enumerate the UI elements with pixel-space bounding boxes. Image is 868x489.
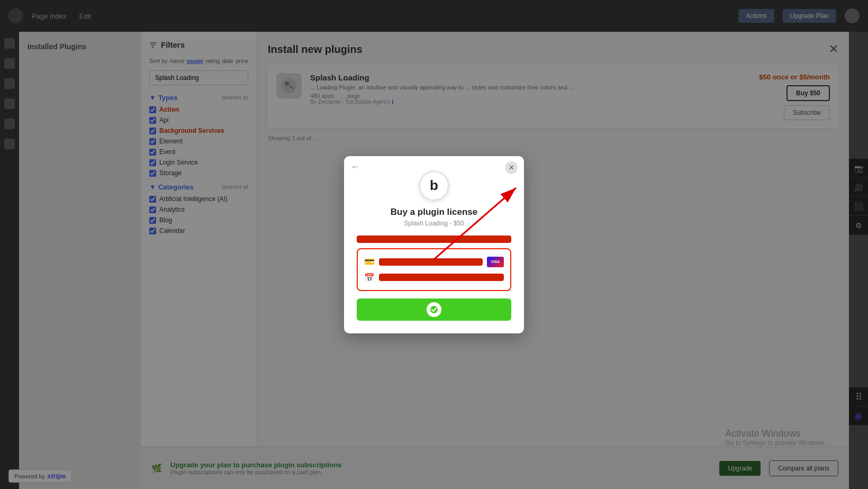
card-icon: 💳 [364, 257, 375, 267]
card-number-row: 💳 VISA [364, 257, 504, 267]
modal-back-button[interactable]: ← [350, 161, 360, 173]
modal-logo: b [419, 171, 449, 201]
card-date-input-redacted[interactable] [379, 274, 504, 281]
modal-subtitle: Splash Loading - $50 [357, 220, 511, 227]
buy-license-modal: ← ✕ b Buy a plugin license Splash Loadin… [344, 156, 524, 333]
payment-form: 💳 VISA 📅 [357, 248, 511, 291]
redacted-bar-1 [357, 236, 511, 243]
card-date-row: 📅 [364, 273, 504, 283]
modal-overlay[interactable]: ← ✕ b Buy a plugin license Splash Loadin… [0, 0, 868, 489]
card-number-input-redacted[interactable] [379, 258, 483, 266]
submit-check-icon [427, 302, 441, 317]
modal-close-button[interactable]: ✕ [505, 161, 518, 174]
modal-title: Buy a plugin license [357, 207, 511, 218]
modal-submit-button[interactable] [357, 298, 511, 321]
card-brand-icon: VISA [487, 257, 504, 267]
calendar-icon: 📅 [364, 273, 375, 283]
